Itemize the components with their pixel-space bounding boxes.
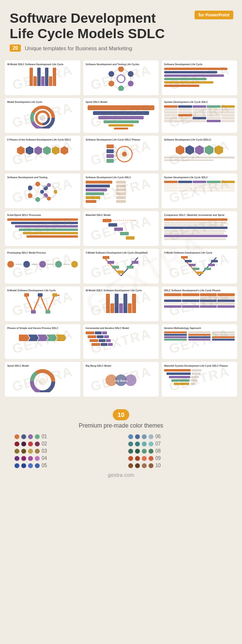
thumbnail-12[interactable]: GEXTRA System Development Life Cycle SDL… (162, 173, 237, 208)
theme-num-05: 05 (42, 463, 49, 468)
theme-dot-02-3 (28, 442, 33, 446)
thumb-title-1: W-Model SDLC Software Development Life C… (7, 63, 78, 66)
theme-dot-04-2 (21, 456, 26, 461)
header: for PowerPoint Software DevelopmentLife … (0, 0, 242, 58)
thumb-title-24: Iterative Methodology Approach (164, 327, 235, 329)
theme-num-01: 01 (42, 434, 49, 439)
thumb-title-2: Software Development and Testing Life Cy… (86, 63, 156, 66)
theme-dot-07-1 (128, 442, 133, 446)
thumb-row-5: GEXTRA N-tier/Spiral SDLC Processes GEXT… (5, 211, 237, 246)
svg-rect-18 (106, 159, 114, 163)
svg-point-2 (128, 71, 134, 77)
thumbnail-17[interactable]: GEXTRA V-Model Software Development Life… (83, 249, 159, 284)
svg-point-14 (40, 115, 45, 121)
thumbnail-9[interactable]: GEXTRA Software Development Life Cycle (… (162, 136, 237, 171)
theme-row-04: 04 (15, 456, 114, 461)
theme-row-06: 06 (128, 434, 227, 439)
thumbnail-16[interactable]: GEXTRA Prototyping SDLC Model Process (5, 249, 80, 284)
thumbnail-27[interactable]: GEXTRA Waterfall System Development Life… (162, 362, 237, 397)
svg-rect-66 (52, 293, 57, 297)
thumbnail-11[interactable]: GEXTRA Software Development Life Cycle S… (83, 173, 159, 208)
thumb-title-7: 6 Phases of the Software Development Lif… (7, 138, 78, 141)
thumbnail-20[interactable]: GEXTRA W-Model SDLC Software Development… (83, 286, 159, 321)
thumbnail-6[interactable]: GEXTRA System Development Life Cycle SDL… (162, 98, 237, 133)
theme-dot-06-3 (142, 434, 147, 439)
thumbnail-8[interactable]: GEXTRA Software Development Life Cycle S… (83, 136, 159, 171)
thumbnail-26[interactable]: GEXTRA Big Bang SDLC Model Big Bang (83, 362, 159, 397)
svg-rect-16 (106, 149, 114, 153)
thumbnail-21[interactable]: GEXTRA SDLC Software Development's Life … (162, 286, 237, 321)
svg-rect-65 (45, 310, 50, 314)
theme-row-08: 08 (128, 448, 227, 454)
theme-dot-08-2 (135, 449, 140, 454)
theme-dot-05-4 (35, 463, 40, 468)
thumb-title-21: SDLC Software Development's Life Cycle P… (164, 289, 235, 292)
theme-dot-10-4 (149, 463, 153, 468)
thumbnail-2[interactable]: GEXTRA Software Development and Testing … (83, 60, 159, 95)
thumbnail-10[interactable]: GEXTRA Software Development and Testing (5, 173, 80, 208)
theme-num-08: 08 (155, 448, 163, 454)
thumbnail-4[interactable]: GEXTRA Model Development Life Cycle (5, 98, 80, 133)
svg-point-3 (128, 81, 134, 86)
theme-dot-09-4 (149, 456, 153, 461)
theme-dot-08-3 (142, 449, 147, 454)
thumbnail-13[interactable]: GEXTRA N-tier/Spiral SDLC Processes (5, 211, 80, 246)
thumb-title-10: Software Development and Testing (7, 176, 78, 179)
svg-point-33 (42, 185, 56, 199)
theme-dot-03-2 (21, 449, 26, 454)
svg-line-22 (114, 146, 117, 149)
thumb-title-11: Software Development Life Cycle SDLC (86, 176, 156, 179)
thumbnail-15[interactable]: GEXTRA Comparison SDLC: Waterfall, Incre… (162, 211, 237, 246)
powerpoint-badge: for PowerPoint (195, 11, 233, 19)
theme-dot-06-1 (128, 434, 133, 439)
svg-rect-63 (31, 310, 36, 314)
svg-rect-59 (204, 268, 211, 270)
thumb-title-5: Spiral SDLC Model (86, 100, 156, 103)
thumb-title-16: Prototyping SDLC Model Process (7, 251, 78, 254)
theme-row-01: 01 (15, 434, 114, 439)
themes-section: 10 Premium pre-made color themes 01 06 0… (0, 404, 242, 487)
theme-num-06: 06 (155, 434, 163, 439)
thumbnail-3[interactable]: GEXTRA Software Development Life Cycle (162, 60, 237, 95)
theme-dot-07-2 (135, 442, 140, 446)
thumb-row-9: GEXTRA Spiral SDLC Model GEXTRA Big Bang… (5, 362, 237, 397)
theme-dot-03-1 (15, 449, 19, 454)
thumbnail-23[interactable]: GEXTRA Incremental and Iterative SDLC Mo… (83, 324, 159, 359)
svg-rect-57 (193, 268, 199, 270)
thumb-title-19: N-Model Software Development Life Cycle (7, 289, 78, 292)
thumbnail-19[interactable]: GEXTRA N-Model Software Development Life… (5, 286, 80, 321)
svg-rect-64 (38, 293, 43, 297)
thumb-row-8: GEXTRA Phases of Simple and Secure Proce… (5, 324, 237, 359)
theme-num-09: 09 (155, 456, 163, 461)
svg-line-24 (114, 156, 117, 156)
svg-point-7 (117, 75, 125, 83)
thumbnail-18[interactable]: GEXTRA V-Model Software Development Life… (162, 249, 237, 284)
thumbnail-1[interactable]: GEXTRA W-Model SDLC Software Development… (5, 60, 80, 95)
thumbnail-25[interactable]: GEXTRA Spiral SDLC Model (5, 362, 80, 397)
thumbnail-5[interactable]: GEXTRA Spiral SDLC Model (83, 98, 159, 133)
themes-count-badge: 10 (113, 409, 129, 420)
theme-dot-04-1 (15, 456, 19, 461)
theme-dot-08-4 (149, 449, 153, 454)
thumb-title-17: V-Model Software Development Life Cycle … (86, 251, 156, 254)
theme-row-03: 03 (15, 448, 114, 454)
theme-dot-03-4 (35, 449, 40, 454)
thumb-row-1: GEXTRA W-Model SDLC Software Development… (5, 60, 237, 95)
thumbnail-24[interactable]: GEXTRA Iterative Methodology Approach (162, 324, 237, 359)
svg-point-27 (35, 182, 40, 186)
theme-dot-09-1 (128, 456, 133, 461)
thumbnail-14[interactable]: GEXTRA Waterfall SDLC Model (83, 211, 159, 246)
thumb-title-14: Waterfall SDLC Model (86, 214, 156, 216)
theme-dot-09-2 (135, 456, 140, 461)
themes-title: Premium pre-made color themes (10, 422, 232, 429)
theme-dot-10-2 (135, 463, 140, 468)
thumbnail-7[interactable]: GEXTRA 6 Phases of the Software Developm… (5, 136, 80, 171)
theme-dot-06-4 (149, 434, 153, 439)
thumb-title-23: Incremental and Iterative SDLC Model (86, 327, 156, 329)
thumb-title-12: System Development Life Cycle SDLC (164, 176, 235, 179)
thumbnail-grid: GEXTRA W-Model SDLC Software Development… (0, 58, 242, 404)
svg-rect-54 (181, 256, 188, 258)
thumbnail-22[interactable]: GEXTRA Phases of Simple and Secure Proce… (5, 324, 80, 359)
theme-row-09: 09 (128, 456, 227, 461)
theme-dot-01-3 (28, 434, 33, 439)
